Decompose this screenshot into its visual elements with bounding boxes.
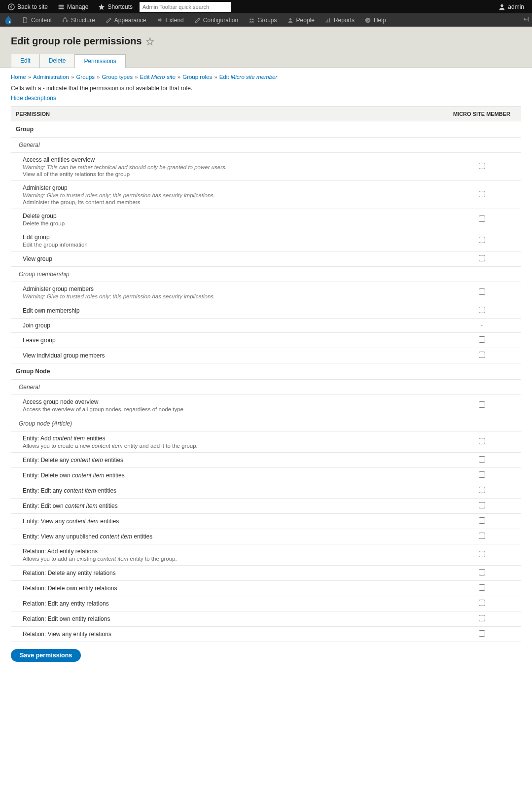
drupal-home-icon[interactable]: [0, 13, 17, 27]
hamburger-icon: [58, 3, 65, 10]
page-title: Edit group role permissions: [11, 36, 521, 47]
permission-checkbox[interactable]: [479, 352, 485, 358]
permission-row: Entity: Edit any content item entities: [11, 483, 521, 499]
back-arrow-icon: [8, 3, 15, 10]
breadcrumb-link[interactable]: Group roles: [182, 74, 212, 80]
hide-descriptions-link[interactable]: Hide descriptions: [11, 95, 56, 102]
admin-menu-help[interactable]: ?Help: [359, 13, 391, 27]
toolbar-search-wrapper: [138, 0, 236, 13]
permission-checkbox[interactable]: [479, 456, 485, 463]
permission-checkbox[interactable]: [479, 487, 485, 493]
permission-checkbox[interactable]: [479, 584, 485, 591]
permission-checkbox[interactable]: [479, 551, 485, 557]
admin-menu-extend[interactable]: Extend: [151, 13, 188, 27]
permission-checkbox[interactable]: [479, 569, 485, 575]
user-label: admin: [508, 3, 524, 10]
permission-row: Relation: Edit any entity relations: [11, 596, 521, 611]
permission-checkbox[interactable]: [479, 630, 485, 637]
breadcrumb-link[interactable]: Group types: [102, 74, 133, 80]
permission-row: Edit own membership: [11, 303, 521, 319]
toolbar-admin: ContentStructureAppearanceExtendConfigur…: [0, 13, 532, 27]
permission-row: Edit groupEdit the group information: [11, 230, 521, 251]
permission-section-row: Group membership: [11, 267, 521, 282]
permission-checkbox[interactable]: [479, 237, 485, 243]
permission-row: View group: [11, 251, 521, 267]
breadcrumb-link[interactable]: Edit Micro site member: [219, 74, 278, 80]
save-permissions-button[interactable]: Save permissions: [11, 649, 81, 662]
toolbar-collapse-button[interactable]: [520, 16, 532, 24]
permission-module-row: Group Node: [11, 363, 521, 380]
permission-row: Entity: Delete own content item entities: [11, 468, 521, 483]
page-title-text: Edit group role permissions: [11, 36, 142, 47]
user-menu[interactable]: admin: [494, 3, 529, 10]
svg-point-4: [252, 18, 254, 20]
admin-menu-configuration[interactable]: Configuration: [189, 13, 243, 27]
permission-checkbox[interactable]: [479, 163, 485, 169]
content-region: Home»Administration»Groups»Group types»E…: [0, 68, 532, 677]
permission-checkbox[interactable]: [479, 307, 485, 313]
permission-checkbox[interactable]: [479, 288, 485, 295]
permission-checkbox[interactable]: [479, 336, 485, 343]
permission-row: Access all entities overviewWarning: Thi…: [11, 153, 521, 181]
content-icon: [22, 17, 29, 24]
permission-checkbox[interactable]: [479, 255, 485, 261]
permission-row: Relation: Edit own entity relations: [11, 611, 521, 627]
svg-point-0: [8, 3, 14, 9]
configuration-icon: [194, 17, 201, 24]
back-to-site-button[interactable]: Back to site: [3, 0, 53, 13]
permission-checkbox[interactable]: [479, 517, 485, 524]
user-icon: [498, 3, 505, 10]
permission-row: Leave group: [11, 333, 521, 348]
permission-checkbox[interactable]: [479, 615, 485, 621]
manage-button[interactable]: Manage: [53, 0, 93, 13]
druplicon-icon: [3, 15, 13, 25]
tab-delete[interactable]: Delete: [39, 54, 75, 68]
permission-row: Entity: Delete any content item entities: [11, 453, 521, 468]
permission-checkbox[interactable]: [479, 438, 485, 444]
shortcuts-button[interactable]: Shortcuts: [93, 0, 138, 13]
permission-row: Administer groupWarning: Give to trusted…: [11, 181, 521, 209]
permission-row: Relation: Delete any entity relations: [11, 566, 521, 581]
help-text: Cells with a - indicate that the permiss…: [11, 85, 521, 92]
permission-checkbox[interactable]: [479, 215, 485, 222]
permission-checkbox[interactable]: [479, 533, 485, 539]
manage-label: Manage: [67, 3, 88, 10]
admin-menu-appearance[interactable]: Appearance: [100, 13, 151, 27]
admin-menu-structure[interactable]: Structure: [57, 13, 100, 27]
extend-icon: [156, 17, 163, 24]
admin-toolbar-search-input[interactable]: [140, 2, 231, 12]
admin-menu-reports[interactable]: Reports: [319, 13, 359, 27]
breadcrumb-link[interactable]: Edit Micro site: [140, 74, 176, 80]
permission-checkbox[interactable]: [479, 191, 485, 197]
star-icon: [98, 3, 105, 10]
permission-row: Access group node overviewAccess the ove…: [11, 395, 521, 416]
groups-icon: [248, 17, 255, 24]
permission-checkbox[interactable]: [479, 401, 485, 408]
shortcuts-label: Shortcuts: [107, 3, 133, 10]
breadcrumb-link[interactable]: Home: [11, 74, 26, 80]
permission-row: Entity: View any unpublished content ite…: [11, 529, 521, 544]
svg-point-3: [250, 18, 252, 20]
appearance-icon: [105, 17, 112, 24]
permission-row: Relation: View any entity relations: [11, 627, 521, 642]
admin-menu-groups[interactable]: Groups: [243, 13, 282, 27]
permission-section-row: General: [11, 138, 521, 153]
permission-row: Entity: View any content item entities: [11, 514, 521, 529]
breadcrumb-link[interactable]: Administration: [33, 74, 69, 80]
star-outline-icon[interactable]: [146, 37, 154, 45]
svg-point-1: [9, 21, 11, 23]
admin-menu-people[interactable]: People: [282, 13, 319, 27]
th-permission: PERMISSION: [11, 107, 442, 121]
permission-checkbox[interactable]: [479, 600, 485, 606]
admin-menu-content[interactable]: Content: [17, 13, 57, 27]
tab-permissions[interactable]: Permissions: [74, 54, 125, 68]
breadcrumb: Home»Administration»Groups»Group types»E…: [11, 74, 521, 80]
reports-icon: [324, 17, 331, 24]
tab-edit[interactable]: Edit: [11, 54, 40, 68]
th-role: MICRO SITE MEMBER: [442, 107, 521, 121]
permission-row: Relation: Add entity relationsAllows you…: [11, 544, 521, 566]
permission-checkbox[interactable]: [479, 471, 485, 478]
breadcrumb-link[interactable]: Groups: [76, 74, 95, 80]
permission-checkbox[interactable]: [479, 502, 485, 508]
form-actions: Save permissions: [11, 649, 521, 662]
